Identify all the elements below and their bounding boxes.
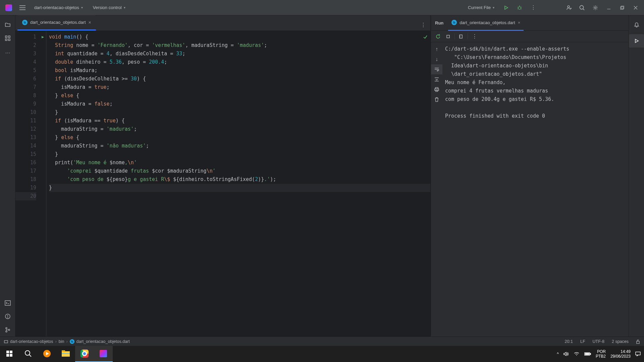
- search-everywhere-button[interactable]: [576, 2, 588, 13]
- code-editor[interactable]: 1234567891011121314151617181920 ▶ void m…: [15, 31, 431, 337]
- svg-line-6: [518, 7, 519, 7]
- taskbar-media-app[interactable]: [38, 346, 56, 362]
- svg-rect-21: [5, 36, 7, 38]
- exit-button[interactable]: [457, 32, 466, 41]
- print-button[interactable]: [431, 84, 442, 95]
- indent-setting[interactable]: 2 spaces: [612, 339, 629, 344]
- scroll-to-end-button[interactable]: [431, 74, 442, 84]
- svg-rect-46: [6, 351, 9, 353]
- svg-point-50: [25, 351, 30, 355]
- file-encoding[interactable]: UTF-8: [593, 339, 604, 344]
- editor-tab[interactable]: dart_orientacao_objetos.dart ×: [17, 15, 96, 31]
- svg-rect-45: [637, 341, 639, 344]
- window-close-button[interactable]: [630, 2, 641, 13]
- start-button[interactable]: [0, 346, 19, 362]
- window-restore-button[interactable]: [616, 2, 628, 13]
- stop-button[interactable]: [444, 32, 452, 41]
- breadcrumb-project: dart-orientacao-objetos: [10, 339, 53, 344]
- soft-wrap-button[interactable]: [431, 64, 442, 74]
- scroll-down-button[interactable]: ↓: [431, 54, 442, 64]
- svg-rect-49: [10, 354, 12, 357]
- more-actions-button[interactable]: ⋮: [527, 2, 539, 13]
- close-run-tab-icon[interactable]: ×: [518, 20, 521, 25]
- structure-tool-button[interactable]: [0, 32, 15, 45]
- svg-rect-22: [8, 36, 10, 38]
- gutter-run-icon[interactable]: ▶: [40, 33, 46, 41]
- svg-line-7: [521, 7, 522, 7]
- taskbar-chrome-app[interactable]: [75, 346, 94, 362]
- notifications-button[interactable]: [629, 18, 644, 32]
- svg-rect-47: [10, 351, 12, 353]
- tray-clock[interactable]: 14:49 29/06/2023: [610, 349, 631, 359]
- svg-point-28: [8, 318, 8, 318]
- tray-volume-icon[interactable]: [564, 352, 569, 356]
- svg-point-31: [8, 329, 10, 330]
- scroll-up-button[interactable]: ↑: [431, 44, 442, 54]
- project-dropdown[interactable]: dart-orientacao-objetos ▾: [30, 2, 87, 13]
- problems-indicator-icon[interactable]: [423, 34, 428, 40]
- svg-marker-42: [635, 39, 638, 43]
- svg-rect-25: [5, 301, 10, 305]
- app-icon: [5, 4, 12, 11]
- svg-marker-44: [71, 340, 73, 343]
- settings-button[interactable]: [590, 2, 601, 13]
- main-menu-button[interactable]: [17, 2, 28, 13]
- folder-icon: [4, 340, 8, 344]
- tray-language[interactable]: POR PTB2: [596, 349, 606, 359]
- svg-rect-23: [5, 39, 7, 41]
- run-button[interactable]: [500, 2, 512, 13]
- vcs-dropdown[interactable]: Version control ▾: [89, 2, 129, 13]
- svg-point-13: [580, 5, 584, 9]
- svg-rect-17: [621, 6, 624, 9]
- tray-wifi-icon[interactable]: [574, 352, 580, 356]
- taskbar-explorer-app[interactable]: [56, 346, 75, 362]
- tray-chevron-up-icon[interactable]: ^: [557, 352, 559, 356]
- svg-line-9: [521, 9, 522, 9]
- line-separator[interactable]: LF: [580, 339, 585, 344]
- tray-notifications-button[interactable]: [635, 352, 641, 356]
- chevron-down-icon: ▾: [124, 6, 125, 9]
- svg-rect-66: [585, 353, 589, 355]
- problems-tool-button[interactable]: [0, 310, 15, 323]
- taskbar-intellij-app[interactable]: [94, 346, 113, 362]
- run-output[interactable]: C:/dart-sdk/bin/dart.exe --enable-assert…: [442, 42, 629, 337]
- svg-marker-32: [23, 21, 26, 24]
- breadcrumb-bin: bin: [59, 339, 64, 344]
- line-gutter: 1234567891011121314151617181920: [15, 31, 40, 337]
- svg-rect-24: [8, 39, 10, 41]
- svg-line-8: [518, 9, 519, 9]
- run-tab[interactable]: dart_orientacao_objetos.dart ×: [448, 15, 524, 31]
- project-name: dart-orientacao-objetos: [34, 5, 79, 10]
- window-minimize-button[interactable]: [603, 2, 614, 13]
- clear-all-button[interactable]: [431, 95, 442, 105]
- dart-file-icon: [451, 20, 457, 25]
- svg-rect-55: [62, 350, 65, 352]
- chevron-down-icon: ▾: [81, 6, 83, 9]
- terminal-tool-button[interactable]: [0, 296, 15, 310]
- close-tab-icon[interactable]: ×: [89, 20, 91, 25]
- more-tools-button[interactable]: …: [0, 45, 15, 58]
- rerun-button[interactable]: [434, 32, 442, 41]
- svg-line-14: [583, 9, 584, 10]
- run-gutter: ▶: [40, 31, 46, 337]
- svg-point-30: [6, 331, 7, 332]
- code-with-me-button[interactable]: [563, 2, 574, 13]
- editor-tab-menu-button[interactable]: ⋮: [417, 19, 429, 31]
- breadcrumb-file: dart_orientacao_objetos.dart: [76, 339, 130, 344]
- git-tool-button[interactable]: [0, 323, 15, 337]
- taskbar-search-button[interactable]: [19, 346, 38, 362]
- debug-button[interactable]: [514, 2, 525, 13]
- svg-rect-67: [636, 352, 640, 355]
- breadcrumb[interactable]: dart-orientacao-objetos › bin › dart_ori…: [4, 339, 130, 344]
- svg-line-51: [29, 355, 31, 357]
- svg-marker-3: [505, 6, 508, 9]
- run-config-dropdown[interactable]: Current File ▾: [464, 2, 498, 13]
- tray-battery-icon[interactable]: [584, 352, 591, 356]
- run-more-actions-button[interactable]: ⋮: [470, 32, 479, 41]
- breadcrumb-sep-icon: ›: [66, 339, 67, 344]
- project-tool-button[interactable]: [0, 18, 15, 32]
- run-tool-side-button[interactable]: [629, 34, 644, 48]
- dart-file-icon: [70, 339, 74, 344]
- cursor-position[interactable]: 20:1: [565, 339, 573, 344]
- readonly-lock-icon[interactable]: [636, 339, 640, 344]
